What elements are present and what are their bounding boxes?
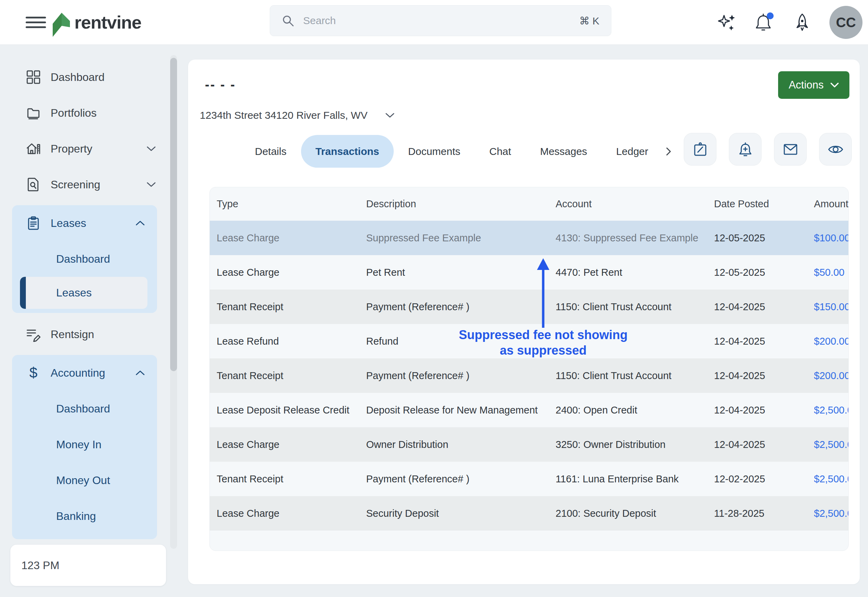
actions-button-label: Actions bbox=[789, 79, 824, 91]
cell-date: 11-28-2025 bbox=[714, 508, 814, 519]
house-icon bbox=[26, 141, 41, 156]
tab-chat[interactable]: Chat bbox=[475, 135, 526, 168]
cell-description: Deposit Release for New Management bbox=[366, 404, 556, 416]
notifications-button[interactable] bbox=[754, 12, 775, 33]
cell-description: Refund bbox=[366, 336, 556, 347]
folder-icon bbox=[26, 105, 41, 120]
sidebar-item-label: Portfolios bbox=[51, 107, 97, 119]
cell-date: 12-04-2025 bbox=[714, 370, 814, 382]
send-mail-button[interactable] bbox=[774, 133, 807, 166]
sidebar-item-rentsign[interactable]: Rentsign bbox=[0, 316, 178, 352]
sidebar-scrollbar-thumb[interactable] bbox=[170, 58, 177, 371]
active-indicator-bar bbox=[20, 277, 26, 309]
cell-description: Owner Distribution bbox=[366, 439, 556, 450]
sidebar-section-accounting: $ Accounting Dashboard Money In Money Ou… bbox=[12, 355, 157, 539]
cell-type: Lease Charge bbox=[217, 267, 366, 278]
amount-link[interactable]: $50.00 bbox=[814, 267, 849, 278]
sidebar-section-leases: Leases Dashboard Leases bbox=[12, 205, 157, 313]
sidebar-item-label: Leases bbox=[51, 217, 86, 230]
table-row[interactable]: Tenant Receipt Payment (Reference# ) 115… bbox=[210, 290, 849, 324]
dollar-icon: $ bbox=[26, 365, 41, 380]
lease-detail-card: -- - - 1234th Street 34120 River Falls, … bbox=[188, 59, 860, 584]
amount-link[interactable]: $200.00 bbox=[814, 370, 849, 382]
sidebar-scrollbar[interactable] bbox=[170, 55, 177, 549]
amount-link[interactable]: $100.00 bbox=[814, 232, 849, 244]
cell-date: 12-02-2025 bbox=[714, 474, 814, 485]
amount-link[interactable]: $2,500.00 bbox=[814, 508, 849, 519]
sidebar-item-label: Screening bbox=[51, 178, 100, 191]
column-header-amount: Amount bbox=[814, 198, 849, 210]
chevron-down-icon bbox=[831, 83, 839, 88]
table-row[interactable]: Tenant Receipt Payment (Reference# ) 115… bbox=[210, 358, 849, 393]
tab-documents[interactable]: Documents bbox=[394, 135, 475, 168]
table-row[interactable]: Lease Deposit Release Credit Deposit Rel… bbox=[210, 393, 849, 427]
more-tabs-chevron-icon[interactable] bbox=[666, 147, 672, 156]
table-row[interactable]: Lease Charge Suppressed Fee Example 4130… bbox=[210, 221, 849, 255]
table-row[interactable]: Lease Charge Pet Rent 4470: Pet Rent 12-… bbox=[210, 255, 849, 290]
sidebar-item-leases[interactable]: Leases bbox=[12, 205, 157, 241]
watch-button[interactable] bbox=[819, 133, 852, 166]
chevron-up-icon bbox=[136, 370, 145, 376]
sparkles-icon bbox=[717, 13, 736, 32]
actions-button[interactable]: Actions bbox=[778, 71, 849, 99]
cell-account: 4470: Pet Rent bbox=[556, 267, 714, 278]
hamburger-menu-button[interactable] bbox=[25, 15, 46, 30]
sidebar-subitem-money-out[interactable]: Money Out bbox=[12, 462, 157, 498]
tab-bar: Details Transactions Documents Chat Mess… bbox=[241, 135, 672, 168]
sidebar-item-label: Accounting bbox=[51, 367, 105, 379]
sidebar-subitem-banking[interactable]: Banking bbox=[12, 498, 157, 534]
table-row[interactable]: Tenant Receipt Payment (Reference# ) 116… bbox=[210, 462, 849, 496]
sidebar-subitem-leases-leases-active[interactable]: Leases bbox=[20, 277, 147, 309]
user-avatar[interactable]: CC bbox=[829, 6, 862, 39]
sidebar-subitem-money-in[interactable]: Money In bbox=[12, 426, 157, 462]
cell-description: Suppressed Fee Example bbox=[366, 232, 556, 244]
tab-details[interactable]: Details bbox=[241, 135, 301, 168]
search-shortcut-hint: ⌘ K bbox=[580, 15, 599, 27]
amount-link[interactable]: $2,500.00 bbox=[814, 439, 849, 450]
table-row[interactable]: Lease Charge Owner Distribution 3250: Ow… bbox=[210, 427, 849, 462]
tab-transactions[interactable]: Transactions bbox=[301, 135, 394, 168]
clock-text: 123 PM bbox=[21, 559, 59, 572]
cell-type: Lease Deposit Release Credit bbox=[217, 404, 366, 416]
sidebar-subitem-label: Money In bbox=[56, 438, 102, 451]
sidebar-item-label: Property bbox=[51, 143, 92, 155]
cell-date: 12-05-2025 bbox=[714, 267, 814, 278]
sidebar-subitem-label: Banking bbox=[56, 510, 96, 523]
property-address-dropdown[interactable]: 1234th Street 34120 River Falls, WV bbox=[200, 108, 394, 123]
envelope-icon bbox=[783, 141, 798, 157]
amount-link[interactable]: $150.00 bbox=[814, 301, 849, 313]
amount-link[interactable]: $200.00 bbox=[814, 336, 849, 347]
sidebar-subitem-accounting-dashboard[interactable]: Dashboard bbox=[12, 391, 157, 426]
table-row[interactable]: Lease Refund Refund 12-04-2025 $200.00 bbox=[210, 324, 849, 358]
cell-type: Tenant Receipt bbox=[217, 370, 366, 382]
add-reminder-button[interactable] bbox=[729, 133, 762, 166]
cell-description: Pet Rent bbox=[366, 267, 556, 278]
cell-type: Lease Charge bbox=[217, 232, 366, 244]
cell-account: 1150: Client Trust Account bbox=[556, 301, 714, 313]
sidebar-subitem-leases-dashboard[interactable]: Dashboard bbox=[12, 241, 157, 277]
sidebar-item-property[interactable]: Property bbox=[0, 131, 178, 166]
amount-link[interactable]: $2,500.00 bbox=[814, 474, 849, 485]
cell-type: Tenant Receipt bbox=[217, 474, 366, 485]
tab-messages[interactable]: Messages bbox=[526, 135, 602, 168]
app-root: rentvine Search ⌘ K bbox=[0, 0, 868, 597]
whats-new-button[interactable] bbox=[792, 12, 813, 33]
sidebar-subitem-label: Money Out bbox=[56, 474, 110, 487]
table-row[interactable]: Lease Charge Security Deposit 2100: Secu… bbox=[210, 496, 849, 530]
sidebar-item-label: Rentsign bbox=[51, 328, 94, 341]
cell-description: Payment (Reference# ) bbox=[366, 301, 556, 313]
tab-ledger[interactable]: Ledger bbox=[602, 135, 663, 168]
ai-assistant-button[interactable] bbox=[716, 12, 737, 33]
edit-note-button[interactable] bbox=[684, 133, 716, 166]
transactions-table: Type Description Account Date Posted Amo… bbox=[210, 187, 849, 551]
amount-link[interactable]: $2,500.00 bbox=[814, 404, 849, 416]
rentvine-logo[interactable]: rentvine bbox=[51, 8, 141, 37]
sidebar-item-dashboard[interactable]: Dashboard bbox=[0, 59, 178, 95]
cell-date: 12-04-2025 bbox=[714, 404, 814, 416]
search-input[interactable]: Search ⌘ K bbox=[270, 5, 611, 36]
cell-description: Payment (Reference# ) bbox=[366, 474, 556, 485]
sidebar-item-accounting[interactable]: $ Accounting bbox=[12, 355, 157, 391]
sidebar-item-screening[interactable]: Screening bbox=[0, 166, 178, 202]
sidebar-item-portfolios[interactable]: Portfolios bbox=[0, 95, 178, 131]
cell-account: 2400: Open Credit bbox=[556, 404, 714, 416]
